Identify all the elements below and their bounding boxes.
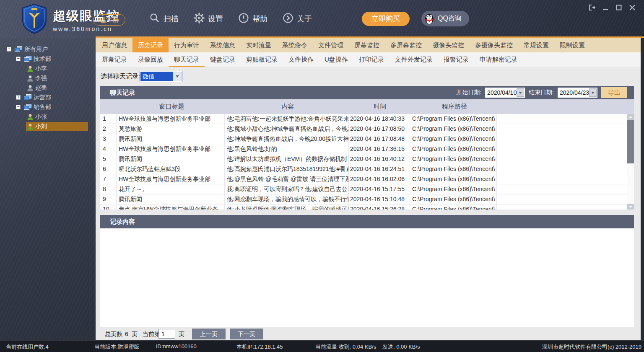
chevron-down-icon[interactable] xyxy=(517,88,524,97)
table-row[interactable]: 5腾讯新闻他:详解以太坊虚拟机（EVM）的数据存储机制2020-04-16 16… xyxy=(100,154,634,164)
tree-expander-minus-icon[interactable]: − xyxy=(16,105,21,109)
cell-program-path: C:\Program Files (x86)\Tencent\ xyxy=(410,174,497,184)
tab-申请解密记录[interactable]: 申请解密记录 xyxy=(474,52,523,67)
cell-content: 他:神域争霸直播热血战启，今晚20:00接近大神零距离 xyxy=(225,134,349,144)
tab-系统命令[interactable]: 系统命令 xyxy=(277,38,313,52)
logout-icon[interactable] xyxy=(588,3,596,12)
tree-user-item[interactable]: 赵美 xyxy=(0,83,96,93)
table-row[interactable]: 9腾讯新闻他:网恋翻车现场，骗我的感情可以，骗钱不行他:时间2020-04-16… xyxy=(100,194,634,204)
tab-历史记录[interactable]: 历史记录 xyxy=(132,38,169,52)
status-item: 本机IP:172.18.1.45 xyxy=(236,343,283,351)
header-nav: 扫描设置帮助关于 xyxy=(149,0,312,38)
primary-tab-bar: 用户信息历史记录行为审计系统信息实时流量系统命令文件管理屏幕监控多屏幕监控摄像头… xyxy=(96,38,641,52)
tab-屏幕监控[interactable]: 屏幕监控 xyxy=(349,38,385,52)
tree-user-item[interactable]: 小张 xyxy=(0,112,96,122)
table-row[interactable]: 2莫愁旅游他:魔域小甜心他:神域争霸直播热血战启，今晚20:00接2020-04… xyxy=(100,124,634,134)
cell-program-path: C:\Program Files (x86)\Tencent\ xyxy=(410,194,497,204)
chat-type-select[interactable]: 微信 xyxy=(140,71,182,82)
tree-user-item[interactable]: 小李 xyxy=(0,64,96,73)
tab-行为审计[interactable]: 行为审计 xyxy=(169,38,205,52)
tree-item-label: 销售部 xyxy=(34,104,51,111)
table-row[interactable]: 7HW全球技服与海思创新业务事业部他:@黑色风铃 @毛莉富 @雷敏 请三位清理下… xyxy=(100,174,634,184)
tree-item-label: 李强 xyxy=(35,75,47,82)
tab-打印记录[interactable]: 打印记录 xyxy=(353,52,390,67)
scroll-down-icon[interactable] xyxy=(627,204,634,210)
start-date-label: 开始日期: xyxy=(456,89,481,96)
cell-program-path: C:\Program Files (x86)\Tencent\ xyxy=(410,204,497,210)
user-tree-sidebar: −所有用户−技术部小李李强赵美+运营部−销售部小张小刘 xyxy=(0,38,96,340)
cell-filler xyxy=(497,164,634,174)
table-row[interactable]: 6桥北沃尔玛蓝钻启赋3段他:高婉茹惠氏浦口沃尔玛18351819921他:#看直… xyxy=(100,164,634,174)
table-row[interactable]: 8花开了～。我:离职证明，可以寄到家吗？他:建议自己去公司办理2020-04-1… xyxy=(100,184,634,194)
tab-多摄像头监控[interactable]: 多摄像头监控 xyxy=(470,38,518,52)
secondary-tab-bar: 屏幕记录录像回放聊天记录键盘记录剪贴板记录文件操作U盘操作打印记录文件外发记录报… xyxy=(96,52,641,67)
tab-录像回放[interactable]: 录像回放 xyxy=(132,52,169,67)
tab-系统信息[interactable]: 系统信息 xyxy=(205,38,241,52)
tree-group-item[interactable]: −技术部 xyxy=(0,54,96,64)
export-button[interactable]: 导出 xyxy=(601,87,627,98)
maximize-icon[interactable] xyxy=(615,3,623,12)
status-item: 发送: 0.00 KB/s xyxy=(382,343,420,351)
close-icon[interactable] xyxy=(628,3,636,12)
cell-row-number: 5 xyxy=(100,154,117,164)
tree-group-item[interactable]: +运营部 xyxy=(0,93,96,102)
nav-help[interactable]: 帮助 xyxy=(238,13,267,26)
cell-window-title: 腾讯新闻 xyxy=(117,194,225,204)
qq-penguin-icon xyxy=(423,13,435,25)
next-page-button[interactable]: 下一页 xyxy=(230,329,263,339)
tree-group-item[interactable]: −所有用户 xyxy=(0,44,96,54)
nav-settings[interactable]: 设置 xyxy=(194,13,223,26)
buy-now-button[interactable]: 立即购买 xyxy=(362,12,410,26)
current-page-input[interactable] xyxy=(158,329,175,339)
cell-window-title: HW全球技服与海思创新业务事业部 xyxy=(117,114,225,124)
tree-expander-minus-icon[interactable]: − xyxy=(16,57,21,61)
prev-page-button[interactable]: 上一页 xyxy=(192,329,226,339)
tab-文件管理[interactable]: 文件管理 xyxy=(313,38,349,52)
tab-文件外发记录[interactable]: 文件外发记录 xyxy=(390,52,438,67)
tab-摄像头监控[interactable]: 摄像头监控 xyxy=(427,38,470,52)
tab-报警记录[interactable]: 报警记录 xyxy=(438,52,474,67)
table-row[interactable]: 3腾讯新闻他:神域争霸直播热血战启，今晚20:00接近大神零距离2020-04-… xyxy=(100,134,634,144)
tab-多屏幕监控[interactable]: 多屏幕监控 xyxy=(385,38,427,52)
tree-user-item[interactable]: 小刘 xyxy=(0,122,96,131)
tab-用户信息[interactable]: 用户信息 xyxy=(96,38,132,52)
tree-expander-plus-icon[interactable]: + xyxy=(16,95,21,100)
end-date-picker[interactable]: 2020/04/23 xyxy=(558,88,597,98)
tab-实时流量[interactable]: 实时流量 xyxy=(241,38,277,52)
table-scrollbar[interactable] xyxy=(627,114,634,210)
minimize-icon[interactable] xyxy=(601,3,610,12)
start-date-picker[interactable]: 2020/04/10 xyxy=(485,88,525,98)
tab-剪贴板记录[interactable]: 剪贴板记录 xyxy=(241,52,283,67)
tab-常规设置[interactable]: 常规设置 xyxy=(518,38,554,52)
tree-group-item[interactable]: −销售部 xyxy=(0,102,96,112)
scroll-up-icon[interactable] xyxy=(627,114,634,120)
status-item: ID:nmww100160 xyxy=(156,343,197,349)
registered-badge: 已注册 xyxy=(93,14,125,26)
cell-filler xyxy=(497,174,634,184)
tree-user-item[interactable]: 李强 xyxy=(0,73,96,83)
cell-program-path: C:\Program Files (x86)\Tencent\ xyxy=(410,134,497,144)
table-row[interactable]: 4HW全球技服与海思创新业务事业部他:黑色风铃他:好的2020-04-16 17… xyxy=(100,144,634,154)
tab-聊天记录[interactable]: 聊天记录 xyxy=(169,52,205,67)
table-row[interactable]: 10焦点 南京HW全球技服与海思创新业务他:小龙呀逗呀他:网恋翻车现场，骗我的感… xyxy=(100,204,634,210)
tab-限制设置[interactable]: 限制设置 xyxy=(554,38,590,52)
chevron-down-icon[interactable] xyxy=(589,88,597,97)
cell-window-title: 莫愁旅游 xyxy=(117,124,225,134)
tab-文件操作[interactable]: 文件操作 xyxy=(283,52,319,67)
nav-scan[interactable]: 扫描 xyxy=(149,13,179,26)
tab-屏幕记录[interactable]: 屏幕记录 xyxy=(96,52,132,67)
chat-records-panel-title: 聊天记录 xyxy=(110,89,135,97)
nav-about[interactable]: 关于 xyxy=(283,13,312,26)
record-content-panel-title: 记录内容 xyxy=(110,218,135,226)
tab-键盘记录[interactable]: 键盘记录 xyxy=(205,52,241,67)
cell-row-number: 6 xyxy=(100,164,117,174)
table-row[interactable]: 1HW全球技服与海思创新业务事业部他:毛莉富他:一起来捉妖手游他:金角小妖亮采来… xyxy=(100,114,634,124)
status-item: 当前流量 收到: 0.04 KB/s xyxy=(315,343,376,351)
window-right-edge xyxy=(641,38,644,340)
tab-U盘操作[interactable]: U盘操作 xyxy=(319,52,353,67)
app-window: 超级眼监控 www.360mon.cn 已注册 扫描设置帮助关于 立即购买 xyxy=(0,0,644,352)
scrollbar-thumb[interactable] xyxy=(627,120,634,163)
chevron-down-icon[interactable] xyxy=(173,72,182,81)
tree-expander-minus-icon[interactable]: − xyxy=(7,47,11,52)
qq-consult-button[interactable]: QQ咨询 xyxy=(421,11,469,26)
